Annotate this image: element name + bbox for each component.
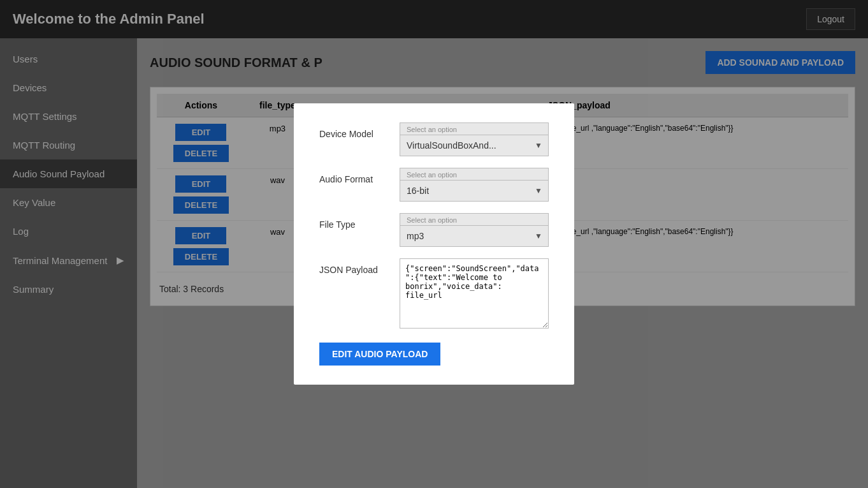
edit-audio-payload-button[interactable]: EDIT AUDIO PAYLOAD <box>319 343 440 366</box>
file-type-control: Select an option mp3 ▼ <box>400 213 549 247</box>
device-model-label: Device Model <box>319 122 389 139</box>
audio-format-field: Audio Format Select an option 16-bit ▼ <box>319 168 549 202</box>
audio-format-control: Select an option 16-bit ▼ <box>400 168 549 202</box>
json-payload-field: JSON Payload <box>319 258 549 331</box>
audio-format-select-label: Select an option <box>400 168 549 180</box>
file-type-select-wrapper: Select an option mp3 ▼ <box>400 213 549 247</box>
device-model-field: Device Model Select an option VirtualSou… <box>319 122 549 156</box>
json-payload-control <box>400 258 549 331</box>
file-type-field: File Type Select an option mp3 ▼ <box>319 213 549 247</box>
device-model-select[interactable]: VirtualSoundBoxAnd... <box>400 135 549 156</box>
device-model-select-label: Select an option <box>400 122 549 135</box>
file-type-select-label: Select an option <box>400 213 549 225</box>
audio-format-select[interactable]: 16-bit <box>400 180 549 202</box>
modal-overlay: Device Model Select an option VirtualSou… <box>0 0 868 488</box>
file-type-label: File Type <box>319 213 389 230</box>
device-model-control: Select an option VirtualSoundBoxAnd... ▼ <box>400 122 549 156</box>
audio-format-label: Audio Format <box>319 168 389 184</box>
edit-modal: Device Model Select an option VirtualSou… <box>294 103 574 385</box>
json-payload-label: JSON Payload <box>319 258 389 275</box>
device-model-select-wrapper: Select an option VirtualSoundBoxAnd... ▼ <box>400 122 549 156</box>
file-type-select[interactable]: mp3 <box>400 225 549 247</box>
audio-format-select-wrapper: Select an option 16-bit ▼ <box>400 168 549 202</box>
json-payload-textarea[interactable] <box>400 258 549 329</box>
